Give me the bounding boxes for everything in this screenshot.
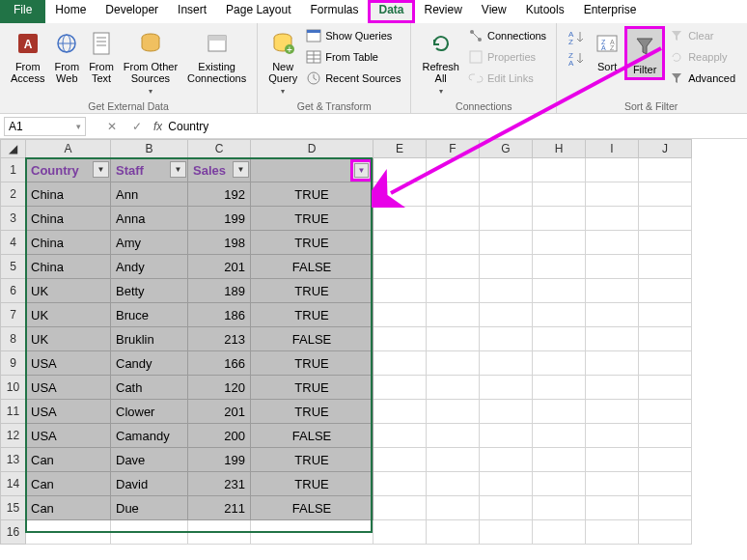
col-header-e[interactable]: E: [374, 140, 427, 158]
cell[interactable]: [639, 351, 692, 376]
cell[interactable]: USA: [26, 424, 111, 448]
row-header-9[interactable]: 9: [1, 351, 26, 376]
row-header-11[interactable]: 11: [1, 400, 26, 424]
cell[interactable]: [639, 424, 692, 448]
cell[interactable]: 199: [188, 207, 251, 231]
menu-formulas[interactable]: Formulas: [300, 0, 368, 23]
cell[interactable]: Candy: [111, 351, 188, 376]
cell[interactable]: Amy: [111, 231, 188, 255]
cell[interactable]: [533, 400, 586, 424]
cell[interactable]: [427, 327, 480, 351]
cell[interactable]: [533, 279, 586, 303]
cell[interactable]: [586, 472, 639, 496]
cell[interactable]: 186: [188, 303, 251, 327]
menu-data[interactable]: Data: [368, 0, 414, 23]
cell[interactable]: [639, 496, 692, 520]
cell[interactable]: Dave: [111, 448, 188, 472]
menu-file[interactable]: File: [0, 0, 45, 23]
cell[interactable]: [427, 182, 480, 207]
cell[interactable]: [427, 400, 480, 424]
cell[interactable]: TRUE: [251, 279, 374, 303]
cell[interactable]: [639, 158, 692, 182]
advanced-button[interactable]: Advanced: [665, 69, 739, 88]
cell-d1[interactable]: ▼: [251, 158, 374, 182]
cell-b1[interactable]: Staff▼: [111, 158, 188, 182]
cell[interactable]: 201: [188, 255, 251, 279]
sort-button[interactable]: ZAAZ Sort: [590, 26, 624, 74]
cell[interactable]: 189: [188, 279, 251, 303]
row-header-13[interactable]: 13: [1, 448, 26, 472]
cell[interactable]: [639, 182, 692, 207]
cell[interactable]: [639, 207, 692, 231]
row-header-16[interactable]: 16: [1, 520, 26, 545]
cell[interactable]: [480, 496, 533, 520]
cell[interactable]: [427, 351, 480, 376]
cell[interactable]: [586, 496, 639, 520]
cell[interactable]: [480, 158, 533, 182]
from-table-button[interactable]: From Table: [302, 47, 404, 67]
cell[interactable]: [427, 255, 480, 279]
cell[interactable]: [480, 376, 533, 400]
cell[interactable]: China: [26, 231, 111, 255]
cell[interactable]: China: [26, 182, 111, 207]
cell[interactable]: [480, 448, 533, 472]
filter-dropdown-d[interactable]: ▼: [350, 159, 373, 182]
cell[interactable]: [374, 424, 427, 448]
from-other-sources-button[interactable]: From Other Sources▾: [119, 26, 182, 99]
cell[interactable]: Ann: [111, 182, 188, 207]
cell[interactable]: Andy: [111, 255, 188, 279]
cell[interactable]: [427, 376, 480, 400]
cell[interactable]: [480, 520, 533, 545]
select-all-cell[interactable]: ◢: [1, 140, 26, 158]
sort-asc-button[interactable]: AZ: [563, 26, 590, 47]
cell[interactable]: [480, 351, 533, 376]
cell[interactable]: [374, 279, 427, 303]
col-header-a[interactable]: A: [26, 140, 111, 158]
cell[interactable]: [374, 303, 427, 327]
row-header-7[interactable]: 7: [1, 303, 26, 327]
cell[interactable]: [586, 351, 639, 376]
cell[interactable]: [374, 472, 427, 496]
cell[interactable]: [533, 207, 586, 231]
cell[interactable]: [251, 520, 374, 545]
cell[interactable]: [533, 231, 586, 255]
cell[interactable]: [480, 255, 533, 279]
row-header-5[interactable]: 5: [1, 255, 26, 279]
filter-dropdown-a[interactable]: ▼: [93, 161, 109, 178]
cell[interactable]: [374, 158, 427, 182]
cell-c1[interactable]: Sales▼: [188, 158, 251, 182]
cell[interactable]: [533, 448, 586, 472]
cell[interactable]: Bruklin: [111, 327, 188, 351]
cell[interactable]: [374, 351, 427, 376]
cell[interactable]: 166: [188, 351, 251, 376]
cell[interactable]: Can: [26, 472, 111, 496]
col-header-b[interactable]: B: [111, 140, 188, 158]
filter-dropdown-b[interactable]: ▼: [170, 161, 186, 178]
cell[interactable]: [533, 303, 586, 327]
cell[interactable]: [480, 303, 533, 327]
cell[interactable]: Betty: [111, 279, 188, 303]
menu-view[interactable]: View: [472, 0, 516, 23]
cell[interactable]: [533, 158, 586, 182]
cell[interactable]: China: [26, 255, 111, 279]
cell[interactable]: TRUE: [251, 351, 374, 376]
cell[interactable]: FALSE: [251, 496, 374, 520]
cell[interactable]: [111, 520, 188, 545]
cell[interactable]: [586, 376, 639, 400]
cell[interactable]: [374, 520, 427, 545]
cell[interactable]: [374, 496, 427, 520]
cancel-formula-button[interactable]: ✕: [103, 120, 121, 133]
cell[interactable]: 120: [188, 376, 251, 400]
cell[interactable]: [427, 207, 480, 231]
new-query-button[interactable]: + New Query▾: [263, 26, 302, 99]
from-web-button[interactable]: From Web: [49, 26, 84, 86]
cell[interactable]: [533, 376, 586, 400]
cell[interactable]: [480, 231, 533, 255]
col-header-f[interactable]: F: [427, 140, 480, 158]
row-header-10[interactable]: 10: [1, 376, 26, 400]
cell[interactable]: [586, 303, 639, 327]
cell[interactable]: [586, 327, 639, 351]
cell[interactable]: Cath: [111, 376, 188, 400]
cell[interactable]: [374, 207, 427, 231]
cell[interactable]: [374, 448, 427, 472]
